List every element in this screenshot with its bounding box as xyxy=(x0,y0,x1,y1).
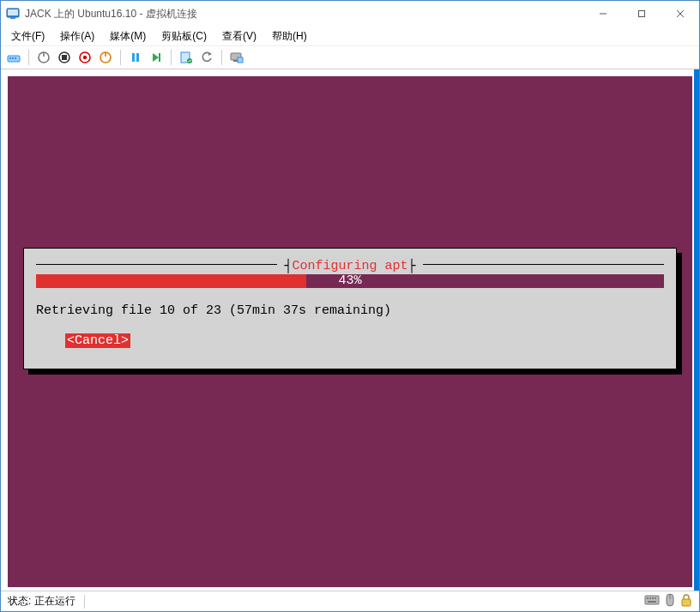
svg-point-16 xyxy=(83,56,87,59)
menu-media[interactable]: 媒体(M) xyxy=(103,27,153,45)
progress-text: 43% xyxy=(36,274,664,288)
statusbar: 状态: 正在运行 xyxy=(1,591,699,611)
svg-marker-25 xyxy=(208,52,212,56)
close-button[interactable] xyxy=(661,1,699,27)
svg-rect-20 xyxy=(136,53,139,62)
svg-rect-19 xyxy=(132,53,135,62)
progress-bar: 43% xyxy=(36,274,664,288)
toolbar-separator xyxy=(171,50,172,65)
revert-button[interactable] xyxy=(197,48,216,67)
svg-rect-32 xyxy=(652,597,654,599)
enhanced-session-button[interactable] xyxy=(227,48,246,67)
reset-button[interactable] xyxy=(147,48,166,67)
svg-rect-29 xyxy=(645,596,659,604)
pause-button[interactable] xyxy=(126,48,145,67)
menu-action[interactable]: 操作(A) xyxy=(53,27,101,45)
menu-file[interactable]: 文件(F) xyxy=(4,27,51,45)
status-value: 正在运行 xyxy=(34,594,75,609)
status-label: 状态: xyxy=(8,594,31,609)
minimize-button[interactable] xyxy=(583,1,622,27)
menubar: 文件(F) 操作(A) 媒体(M) 剪贴板(C) 查看(V) 帮助(H) xyxy=(1,27,699,45)
keyboard-icon xyxy=(644,594,660,609)
checkpoint-button[interactable] xyxy=(177,48,196,67)
svg-marker-21 xyxy=(153,53,159,62)
ctrl-alt-del-button[interactable] xyxy=(4,48,23,67)
toolbar-separator xyxy=(120,50,121,65)
svg-rect-2 xyxy=(10,17,15,19)
svg-rect-8 xyxy=(9,57,11,59)
svg-rect-4 xyxy=(638,11,644,17)
installer-dialog: ┤ Configuring apt ├ 43% Retrieving file … xyxy=(23,248,677,369)
svg-rect-10 xyxy=(15,57,16,59)
host-desktop-edge xyxy=(694,69,699,591)
svg-rect-30 xyxy=(647,597,649,599)
svg-rect-31 xyxy=(649,597,651,599)
svg-rect-28 xyxy=(238,57,243,63)
statusbar-separator xyxy=(84,595,85,609)
menu-clipboard[interactable]: 剪贴板(C) xyxy=(154,27,214,45)
toolbar xyxy=(1,45,699,69)
maximize-button[interactable] xyxy=(622,1,661,27)
svg-rect-37 xyxy=(682,599,691,606)
app-icon xyxy=(6,7,20,21)
menu-help[interactable]: 帮助(H) xyxy=(265,27,314,45)
cancel-button[interactable]: <Cancel> xyxy=(65,333,130,348)
installer-title-text: Configuring apt xyxy=(292,259,407,273)
titlebar: JACK 上的 Ubuntu16.10 - 虚拟机连接 xyxy=(1,1,699,27)
guest-screen: ┤ Configuring apt ├ 43% Retrieving file … xyxy=(8,76,692,587)
svg-rect-34 xyxy=(648,601,656,603)
turn-off-button[interactable] xyxy=(55,48,74,67)
toolbar-separator xyxy=(221,50,222,65)
lock-icon xyxy=(680,593,692,609)
menu-view[interactable]: 查看(V) xyxy=(215,27,263,45)
hyperv-window: JACK 上的 Ubuntu16.10 - 虚拟机连接 文件(F) 操作(A) … xyxy=(0,0,700,612)
svg-rect-33 xyxy=(655,597,656,599)
window-title: JACK 上的 Ubuntu16.10 - 虚拟机连接 xyxy=(25,7,583,21)
window-controls xyxy=(583,1,699,27)
shutdown-button[interactable] xyxy=(75,48,94,67)
svg-rect-9 xyxy=(12,57,14,59)
save-button[interactable] xyxy=(96,48,115,67)
start-button[interactable] xyxy=(34,48,53,67)
svg-rect-1 xyxy=(8,9,18,15)
svg-rect-14 xyxy=(62,55,67,60)
installer-title: ┤ Configuring apt ├ xyxy=(277,259,422,273)
toolbar-separator xyxy=(28,50,29,65)
vm-display[interactable]: ┤ Configuring apt ├ 43% Retrieving file … xyxy=(1,69,699,591)
mouse-icon xyxy=(665,593,675,609)
svg-rect-22 xyxy=(159,53,160,62)
installer-status: Retrieving file 10 of 23 (57min 37s rema… xyxy=(36,303,664,318)
installer-dialog-wrap: ┤ Configuring apt ├ 43% Retrieving file … xyxy=(23,248,677,369)
